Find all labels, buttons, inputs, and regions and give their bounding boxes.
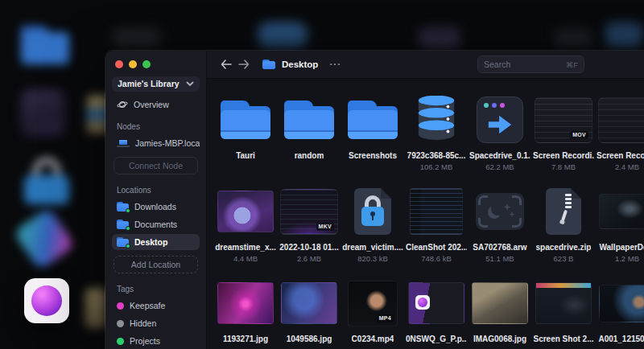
file-item[interactable]: SA702768.arw51.1 MB — [469, 183, 530, 275]
file-thumbnail — [217, 191, 274, 232]
raw-image-icon — [476, 193, 524, 230]
blurred-database-icon — [258, 23, 308, 48]
sidebar-item-downloads[interactable]: Downloads — [112, 199, 200, 215]
more-options-button[interactable]: ··· — [329, 60, 341, 68]
window-controls — [112, 60, 200, 68]
file-item[interactable]: Screen Recordi...2.4 MB — [597, 92, 644, 183]
search-shortcut-hint: ⌘F — [566, 60, 578, 69]
search-placeholder: Search — [484, 60, 566, 69]
forward-button[interactable] — [235, 55, 253, 73]
file-thumbnail: MOV — [535, 97, 592, 143]
search-input[interactable]: Search ⌘F — [477, 55, 584, 73]
app-installer-icon — [477, 96, 523, 143]
blurred-lock-icon — [24, 158, 71, 204]
file-item[interactable]: Spacedrive_0.1...62.2 MB — [469, 92, 530, 183]
file-item[interactable]: MKV2022-10-18 01...2.6 MB — [279, 183, 340, 275]
filetype-badge: MOV — [570, 131, 588, 139]
file-item[interactable]: IMAG0068.jpg — [469, 275, 530, 349]
laptop-icon — [117, 138, 130, 148]
file-size: 1.2 MB — [615, 254, 639, 263]
blurred-desktop-item — [419, 27, 460, 48]
file-item[interactable]: dreamstime_x...4.4 MB — [215, 183, 276, 275]
file-thumbnail — [599, 285, 644, 322]
file-thumbnail — [599, 194, 644, 229]
file-item[interactable]: A001_121502... — [597, 275, 644, 349]
file-size: 4.4 MB — [233, 254, 258, 263]
blurred-desktop-item — [113, 27, 161, 47]
file-name: 7923c368-85c... — [407, 151, 466, 160]
minimize-button[interactable] — [129, 60, 137, 68]
sidebar-section-header: Nodes — [117, 122, 195, 131]
file-size: 7.8 MB — [551, 162, 576, 171]
sidebar-item-documents[interactable]: Documents — [112, 216, 200, 232]
file-thumbnail — [217, 282, 274, 324]
file-item[interactable]: 1049586.jpg — [279, 275, 340, 349]
file-name: WallpaperDo... — [599, 243, 644, 252]
file-item[interactable]: random — [279, 92, 340, 183]
tag-color-dot — [117, 338, 124, 345]
arrow-left-icon — [221, 60, 232, 69]
file-name: spacedrive.zip — [536, 243, 592, 252]
sidebar-item-label: Jamies-MBP.local... — [135, 138, 200, 148]
file-thumbnail — [281, 282, 337, 324]
sidebar-item-overview[interactable]: Overview — [112, 98, 200, 111]
sidebar-item-desktop[interactable]: Desktop — [112, 234, 200, 250]
spacedrive-window: Jamie's Library Overview NodesJamies-MBP… — [105, 50, 644, 349]
sidebar-item-jamies-mbp-local[interactable]: Jamies-MBP.local... — [112, 135, 200, 151]
file-item[interactable]: CleanShot 202...748.6 kB — [406, 183, 467, 275]
toolbar: Desktop ··· Search ⌘F — [207, 51, 644, 79]
file-thumbnail — [410, 188, 463, 235]
file-size: 51.1 MB — [485, 254, 514, 263]
sidebar: Jamie's Library Overview NodesJamies-MBP… — [105, 51, 207, 349]
file-item[interactable]: dream_victim....820.3 kB — [342, 183, 403, 275]
file-item[interactable]: 1193271.jpg — [215, 275, 276, 349]
add-location-button[interactable]: Add Location — [114, 256, 198, 273]
file-item[interactable]: Screen Shot 2... — [533, 275, 594, 349]
file-thumbnail — [598, 97, 644, 143]
file-item[interactable]: 7923c368-85c...106.2 MB — [406, 92, 467, 183]
sidebar-item-label: Hidden — [130, 318, 156, 328]
file-item[interactable]: WallpaperDo...1.2 MB — [597, 183, 644, 275]
folder-icon — [348, 101, 398, 139]
back-button[interactable] — [217, 55, 235, 73]
main-panel: Desktop ··· Search ⌘F TaurirandomScreens… — [207, 51, 644, 349]
file-name: IMAG0068.jpg — [473, 335, 526, 343]
close-button[interactable] — [115, 60, 123, 68]
library-switcher[interactable]: Jamie's Library — [112, 76, 200, 92]
blurred-app-box-icon — [22, 90, 64, 135]
file-item[interactable]: spacedrive.zip623 B — [533, 183, 594, 275]
file-item[interactable]: MOVScreen Recordi...7.8 MB — [533, 92, 594, 183]
file-item[interactable]: Screenshots — [342, 92, 403, 183]
blurred-folder-icon — [21, 26, 69, 64]
file-name: Screen Recordi... — [597, 151, 644, 160]
blurred-tag-icon — [13, 207, 76, 270]
file-thumbnail: MKV — [280, 189, 338, 235]
file-name: 0NSWQ_G_P.p... — [406, 335, 467, 343]
file-name: C0234.mp4 — [352, 335, 394, 343]
database-icon — [415, 96, 458, 144]
sidebar-item-projects[interactable]: Projects — [112, 333, 200, 349]
sidebar-section-header: Locations — [117, 186, 195, 195]
sidebar-item-label: Overview — [134, 100, 169, 109]
file-name: Screenshots — [349, 151, 397, 160]
file-item[interactable]: Tauri — [215, 92, 276, 183]
file-name: 1049586.jpg — [287, 335, 332, 343]
file-name: 2022-10-18 01... — [279, 243, 338, 252]
file-name: Tauri — [236, 151, 255, 160]
sidebar-item-hidden[interactable]: Hidden — [112, 315, 200, 331]
file-name: random — [295, 151, 324, 160]
file-item[interactable]: MP4C0234.mp4 — [342, 275, 403, 349]
file-size: 820.3 kB — [357, 254, 388, 263]
file-name: 1193271.jpg — [223, 335, 268, 343]
file-name: dream_victim.... — [342, 243, 403, 252]
sidebar-item-label: Keepsafe — [130, 301, 165, 310]
zoom-button[interactable] — [142, 60, 151, 68]
file-thumbnail — [408, 282, 464, 324]
connect-node-button[interactable]: Connect Node — [114, 157, 198, 174]
file-size: 748.6 kB — [421, 254, 452, 263]
folder-icon — [221, 101, 270, 139]
folder-icon — [262, 60, 275, 69]
file-item[interactable]: 0NSWQ_G_P.p... — [406, 275, 467, 349]
sidebar-item-keepsafe[interactable]: Keepsafe — [112, 298, 200, 314]
tag-color-dot — [117, 302, 124, 310]
